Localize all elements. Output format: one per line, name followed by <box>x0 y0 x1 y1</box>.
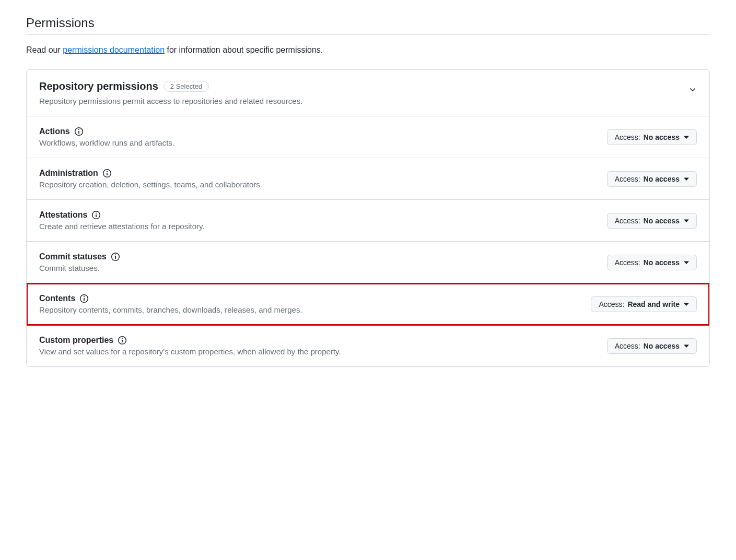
panel-header-title: Repository permissions <box>39 80 158 92</box>
permission-description: Create and retrieve attestations for a r… <box>39 222 607 231</box>
permission-title: Contents <box>39 294 75 303</box>
access-dropdown-actions[interactable]: Access: No access <box>607 129 697 145</box>
permission-left: AttestationsCreate and retrieve attestat… <box>39 210 607 231</box>
permission-title-row: Administration <box>39 169 607 178</box>
permission-row-contents: ContentsRepository contents, commits, br… <box>27 283 709 325</box>
permission-row-commit-statuses: Commit statusesCommit statuses.Access: N… <box>27 242 709 283</box>
svg-point-11 <box>115 254 116 255</box>
info-icon[interactable] <box>74 127 84 136</box>
permission-row-attestations: AttestationsCreate and retrieve attestat… <box>27 200 709 242</box>
intro-after: for information about specific permissio… <box>165 45 323 54</box>
permission-left: Commit statusesCommit statuses. <box>39 252 607 272</box>
info-icon[interactable] <box>79 294 89 303</box>
permission-title: Administration <box>39 169 98 178</box>
permission-left: ActionsWorkflows, workflow runs and arti… <box>39 127 607 147</box>
caret-down-icon <box>684 217 689 225</box>
panel-header-description: Repository permissions permit access to … <box>39 97 688 105</box>
intro-text: Read our permissions documentation for i… <box>26 45 710 55</box>
permission-row-custom-properties: Custom propertiesView and set values for… <box>27 325 709 366</box>
permissions-panel: Repository permissions 2 Selected Reposi… <box>26 69 710 367</box>
permission-description: View and set values for a repository's c… <box>39 347 607 356</box>
access-value: Read and write <box>627 300 680 308</box>
selected-count-badge: 2 Selected <box>163 81 209 92</box>
access-value: No access <box>644 175 680 183</box>
permissions-doc-link[interactable]: permissions documentation <box>63 45 165 54</box>
caret-down-icon <box>684 175 689 183</box>
panel-header-left: Repository permissions 2 Selected Reposi… <box>39 80 688 105</box>
permission-description: Commit statuses. <box>39 264 607 272</box>
info-icon[interactable] <box>102 169 112 178</box>
permission-row-actions: ActionsWorkflows, workflow runs and arti… <box>27 116 709 158</box>
permission-title: Commit statuses <box>39 252 107 261</box>
page-title: Permissions <box>26 16 710 35</box>
access-value: No access <box>644 258 680 267</box>
access-label: Access: <box>615 342 640 350</box>
permission-description: Repository creation, deletion, settings,… <box>39 180 607 189</box>
permission-title: Custom properties <box>39 336 113 345</box>
svg-point-5 <box>107 171 108 172</box>
svg-point-14 <box>84 296 85 297</box>
permission-title-row: Contents <box>39 294 591 303</box>
access-value: No access <box>644 342 680 350</box>
permission-title-row: Custom properties <box>39 336 607 345</box>
caret-down-icon <box>684 342 689 350</box>
access-label: Access: <box>615 217 640 225</box>
chevron-down-icon <box>688 86 697 96</box>
panel-header-title-row: Repository permissions 2 Selected <box>39 80 688 92</box>
info-icon[interactable] <box>111 252 120 261</box>
permission-left: AdministrationRepository creation, delet… <box>39 169 607 189</box>
access-label: Access: <box>615 258 640 267</box>
access-dropdown-custom-properties[interactable]: Access: No access <box>607 338 697 354</box>
access-value: No access <box>644 217 680 225</box>
info-icon[interactable] <box>118 336 127 345</box>
svg-point-2 <box>78 129 79 130</box>
caret-down-icon <box>684 300 689 308</box>
intro-before: Read our <box>26 45 63 54</box>
access-dropdown-administration[interactable]: Access: No access <box>607 171 697 187</box>
access-dropdown-contents[interactable]: Access: Read and write <box>591 296 697 312</box>
caret-down-icon <box>684 258 689 267</box>
permission-left: ContentsRepository contents, commits, br… <box>39 294 591 314</box>
access-value: No access <box>644 133 680 141</box>
permission-left: Custom propertiesView and set values for… <box>39 336 607 356</box>
permission-title-row: Commit statuses <box>39 252 607 261</box>
access-label: Access: <box>615 133 640 141</box>
access-dropdown-attestations[interactable]: Access: No access <box>607 213 697 229</box>
permission-row-administration: AdministrationRepository creation, delet… <box>27 158 709 200</box>
permission-title-row: Attestations <box>39 210 607 220</box>
access-dropdown-commit-statuses[interactable]: Access: No access <box>607 255 697 270</box>
info-icon[interactable] <box>91 210 101 220</box>
permission-title-row: Actions <box>39 127 607 136</box>
permission-title: Attestations <box>39 210 87 220</box>
svg-point-17 <box>122 338 123 339</box>
access-label: Access: <box>599 300 624 308</box>
svg-point-8 <box>96 212 97 213</box>
permission-title: Actions <box>39 127 70 136</box>
access-label: Access: <box>615 175 640 183</box>
repository-permissions-header[interactable]: Repository permissions 2 Selected Reposi… <box>27 70 709 116</box>
permission-description: Workflows, workflow runs and artifacts. <box>39 138 607 147</box>
permission-description: Repository contents, commits, branches, … <box>39 305 591 314</box>
caret-down-icon <box>684 133 689 141</box>
